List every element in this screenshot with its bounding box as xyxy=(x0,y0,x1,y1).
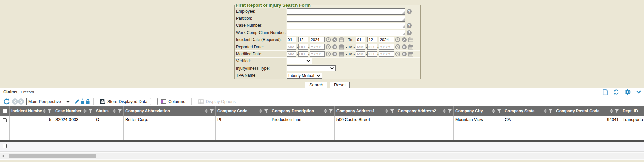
clear-date-icon[interactable] xyxy=(332,51,337,57)
filter-icon[interactable] xyxy=(264,109,268,113)
columns-button[interactable]: Columns xyxy=(157,98,188,105)
calendar-icon[interactable] xyxy=(408,51,414,57)
sort-icon[interactable] xyxy=(42,109,46,113)
column-header-company-description[interactable]: Company Description xyxy=(270,106,335,116)
store-displayed-data-button[interactable]: Store Displayed Data xyxy=(97,98,151,105)
modified-to-year-input[interactable] xyxy=(379,51,394,57)
column-header-company-address2[interactable]: Company Address2 xyxy=(396,106,454,116)
partition-input[interactable] xyxy=(287,16,405,22)
reported-to-year-input[interactable] xyxy=(379,44,394,50)
clear-date-icon[interactable] xyxy=(402,44,407,50)
filter-icon[interactable] xyxy=(117,109,122,113)
clear-date-icon[interactable] xyxy=(332,37,337,42)
horizontal-scrollbar[interactable] xyxy=(0,153,644,159)
reported-to-day-input[interactable] xyxy=(367,44,377,50)
case-number-input[interactable] xyxy=(287,23,405,29)
clear-date-icon[interactable] xyxy=(402,51,407,57)
sort-icon[interactable] xyxy=(385,109,389,113)
sort-icon[interactable] xyxy=(543,109,547,113)
calendar-icon[interactable] xyxy=(339,44,344,50)
filter-icon[interactable] xyxy=(47,109,52,113)
clock-icon[interactable] xyxy=(326,37,331,42)
filter-icon[interactable] xyxy=(209,109,214,113)
table-row[interactable]: 5 S2024-0003 O Better Corp. PL Productio… xyxy=(0,116,644,140)
modified-from-year-input[interactable] xyxy=(310,51,325,57)
filter-icon[interactable] xyxy=(548,109,553,113)
sort-icon[interactable] xyxy=(610,109,613,113)
incident-from-month-input[interactable] xyxy=(287,37,296,42)
previous-perspective-button[interactable] xyxy=(12,98,18,105)
perspective-select[interactable]: Main Perspective xyxy=(26,98,72,105)
help-icon[interactable]: ? xyxy=(407,9,412,14)
clock-icon[interactable] xyxy=(326,51,331,57)
filter-icon[interactable] xyxy=(615,109,619,113)
column-header-status[interactable]: Status xyxy=(94,106,124,116)
filter-icon[interactable] xyxy=(497,109,501,113)
edit-pencil-icon[interactable] xyxy=(74,98,80,104)
column-header-company-city[interactable]: Company City xyxy=(454,106,503,116)
reset-button[interactable]: Reset xyxy=(330,82,350,88)
sort-icon[interactable] xyxy=(204,109,208,113)
filter-icon[interactable] xyxy=(88,109,93,113)
incident-from-year-input[interactable] xyxy=(310,37,325,42)
sort-icon[interactable] xyxy=(492,109,496,113)
clear-date-icon[interactable] xyxy=(332,44,337,50)
sort-icon[interactable] xyxy=(112,109,116,113)
clock-icon[interactable] xyxy=(326,44,331,50)
calendar-icon[interactable] xyxy=(408,37,414,42)
clock-icon[interactable] xyxy=(395,37,400,42)
calendar-icon[interactable] xyxy=(339,51,344,57)
new-document-icon[interactable] xyxy=(602,89,608,95)
incident-to-month-input[interactable] xyxy=(356,37,365,42)
column-header-company-abbreviation[interactable]: Company Abbreviation xyxy=(124,106,216,116)
sort-icon[interactable] xyxy=(324,109,327,113)
sort-icon[interactable] xyxy=(442,109,446,113)
scrollbar-thumb[interactable] xyxy=(9,154,96,158)
search-button[interactable]: Search xyxy=(305,82,327,88)
work-comp-claim-input[interactable] xyxy=(287,30,405,36)
clock-icon[interactable] xyxy=(395,44,400,50)
column-header-dept-id[interactable]: Dept. ID xyxy=(621,106,644,116)
modified-from-day-input[interactable] xyxy=(298,51,308,57)
modified-to-day-input[interactable] xyxy=(367,51,377,57)
filter-icon[interactable] xyxy=(447,109,452,113)
footer-checkbox[interactable] xyxy=(3,144,7,148)
scroll-left-arrow-icon[interactable] xyxy=(2,154,4,158)
select-all-checkbox[interactable] xyxy=(0,106,10,116)
help-icon[interactable]: ? xyxy=(407,23,412,28)
filter-icon[interactable] xyxy=(329,109,333,113)
trash-icon[interactable] xyxy=(80,98,85,104)
chevron-down-icon[interactable] xyxy=(636,90,641,94)
lock-icon[interactable] xyxy=(85,98,90,104)
employee-input[interactable] xyxy=(287,8,405,15)
undo-icon[interactable] xyxy=(3,98,10,105)
verified-select[interactable] xyxy=(287,58,312,64)
column-header-incident-number[interactable]: Incident Number xyxy=(10,106,53,116)
column-header-company-postal-code[interactable]: Company Postal Code xyxy=(554,106,621,116)
filter-icon[interactable] xyxy=(390,109,394,113)
gear-icon[interactable] xyxy=(625,89,631,95)
tpa-name-select[interactable]: Liberty Mutual xyxy=(287,73,322,79)
incident-to-day-input[interactable] xyxy=(367,37,377,42)
modified-to-month-input[interactable] xyxy=(356,51,365,57)
modified-from-month-input[interactable] xyxy=(287,51,296,57)
clear-date-icon[interactable] xyxy=(402,37,407,42)
incident-from-day-input[interactable] xyxy=(298,37,308,42)
reported-from-year-input[interactable] xyxy=(310,44,325,50)
incident-to-year-input[interactable] xyxy=(379,37,394,42)
injury-type-select[interactable] xyxy=(287,65,336,71)
sort-icon[interactable] xyxy=(83,109,87,113)
next-perspective-button[interactable] xyxy=(18,98,24,105)
reported-from-day-input[interactable] xyxy=(298,44,308,50)
column-header-case-number[interactable]: Case Number xyxy=(53,106,94,116)
calendar-icon[interactable] xyxy=(339,37,344,42)
column-header-company-address1[interactable]: Company Address1 xyxy=(335,106,396,116)
refresh-icon[interactable] xyxy=(613,89,619,95)
clock-icon[interactable] xyxy=(395,51,400,57)
column-header-company-state[interactable]: Company State xyxy=(503,106,554,116)
calendar-icon[interactable] xyxy=(408,44,414,50)
help-icon[interactable]: ? xyxy=(407,30,412,35)
reported-from-month-input[interactable] xyxy=(287,44,296,50)
sort-icon[interactable] xyxy=(259,109,263,113)
reported-to-month-input[interactable] xyxy=(356,44,365,50)
